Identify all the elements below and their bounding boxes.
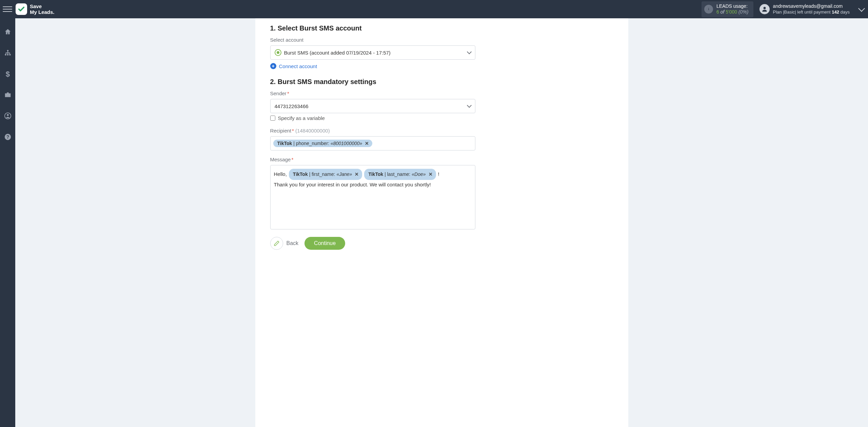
user-email: andrewsavemyleads@gmail.com bbox=[773, 3, 850, 9]
message-input[interactable]: Hello, TikTok | first_name: «Jane» ✕ Tik… bbox=[270, 165, 475, 229]
avatar-icon bbox=[760, 4, 770, 14]
recipient-token[interactable]: TikTok | phone_number: «8001000000» ✕ bbox=[273, 140, 373, 147]
token-remove-icon[interactable]: ✕ bbox=[355, 170, 359, 179]
chevron-down-icon bbox=[467, 49, 471, 54]
select-account-label: Select account bbox=[270, 37, 613, 43]
topbar: Save My Leads. i LEADS usage: 6 of 5'000… bbox=[0, 0, 868, 18]
nav-help-icon[interactable]: ? bbox=[0, 130, 15, 144]
nav-home-icon[interactable] bbox=[0, 25, 15, 39]
recipient-input[interactable]: TikTok | phone_number: «8001000000» ✕ bbox=[270, 136, 475, 150]
token-remove-icon[interactable]: ✕ bbox=[365, 141, 369, 146]
token-remove-icon[interactable]: ✕ bbox=[429, 170, 433, 179]
usage-box[interactable]: i LEADS usage: 6 of 5'000 (0%) bbox=[702, 1, 753, 17]
account-status-icon bbox=[275, 49, 281, 56]
nav-connections-icon[interactable] bbox=[0, 46, 15, 60]
svg-point-3 bbox=[7, 50, 8, 52]
section-2-title: 2. Burst SMS mandatory settings bbox=[270, 78, 613, 86]
sender-label: Sender* bbox=[270, 90, 613, 96]
svg-point-9 bbox=[7, 114, 9, 116]
usage-title: LEADS usage: bbox=[716, 3, 749, 9]
svg-text:i: i bbox=[708, 7, 709, 11]
account-select[interactable]: Burst SMS (account added 07/19/2024 - 17… bbox=[270, 45, 475, 60]
sender-value: 447312263466 bbox=[275, 103, 309, 109]
connect-account-link[interactable]: + Connect account bbox=[270, 63, 613, 69]
nav-profile-icon[interactable] bbox=[0, 109, 15, 123]
user-menu[interactable]: andrewsavemyleads@gmail.com Plan |Basic|… bbox=[760, 3, 864, 15]
account-select-value: Burst SMS (account added 07/19/2024 - 17… bbox=[284, 50, 391, 56]
chevron-down-icon bbox=[467, 103, 471, 108]
chevron-down-icon[interactable] bbox=[858, 5, 865, 12]
plus-circle-icon: + bbox=[270, 63, 276, 69]
nav-briefcase-icon[interactable] bbox=[0, 88, 15, 102]
svg-point-5 bbox=[7, 54, 8, 56]
recipient-label: Recipient*(14840000000) bbox=[270, 128, 613, 134]
section-1-title: 1. Select Burst SMS account bbox=[270, 24, 613, 32]
svg-text:?: ? bbox=[6, 135, 9, 140]
sender-select[interactable]: 447312263466 bbox=[270, 99, 475, 113]
logo-icon[interactable] bbox=[16, 3, 27, 15]
message-line2: Thank you for your interest in our produ… bbox=[274, 180, 472, 190]
menu-toggle[interactable] bbox=[3, 4, 12, 14]
usage-values: 6 of 5'000 (0%) bbox=[716, 9, 749, 15]
pencil-icon bbox=[270, 237, 283, 250]
nav-billing-icon[interactable]: $ bbox=[0, 67, 15, 81]
svg-point-4 bbox=[5, 54, 6, 56]
back-button[interactable]: Back bbox=[270, 237, 299, 250]
svg-text:$: $ bbox=[5, 70, 9, 78]
message-token-lastname[interactable]: TikTok | last_name: «Doe» ✕ bbox=[364, 169, 436, 180]
logo-text: Save My Leads. bbox=[30, 3, 55, 15]
sidebar: $ ? bbox=[0, 18, 15, 427]
message-label: Message* bbox=[270, 157, 613, 162]
specify-variable-checkbox[interactable]: Specify as a variable bbox=[270, 115, 613, 121]
svg-point-2 bbox=[763, 7, 766, 9]
continue-button[interactable]: Continue bbox=[304, 237, 345, 250]
form-panel: 1. Select Burst SMS account Select accou… bbox=[255, 18, 628, 427]
message-token-firstname[interactable]: TikTok | first_name: «Jane» ✕ bbox=[289, 169, 362, 180]
svg-point-6 bbox=[9, 54, 11, 56]
info-icon: i bbox=[704, 5, 713, 14]
user-plan: Plan |Basic| left until payment 142 days bbox=[773, 9, 850, 15]
